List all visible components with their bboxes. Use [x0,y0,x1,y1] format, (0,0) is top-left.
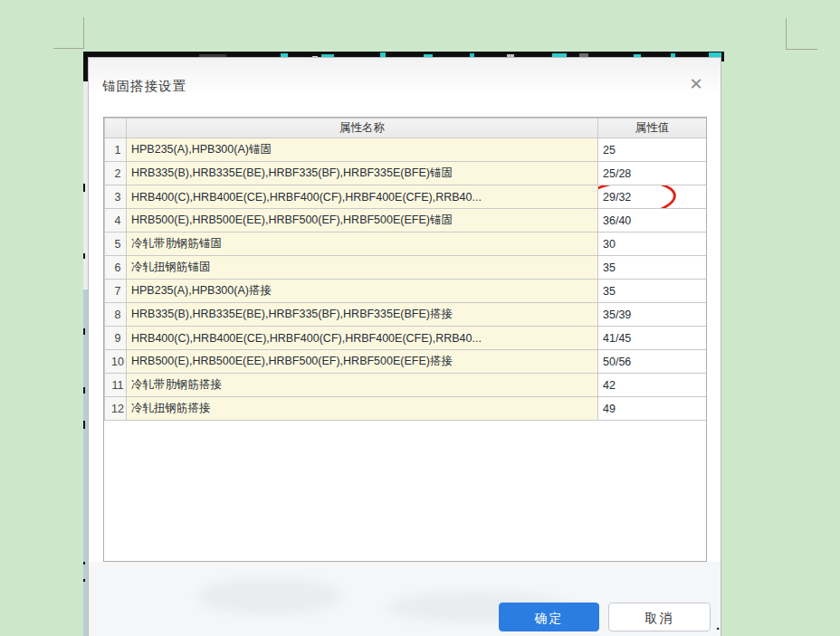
property-name-cell: 冷轧扭钢筋锚固 [127,256,598,280]
sliver-mark [83,562,85,565]
row-index-cell: 11 [105,374,127,397]
property-name-cell: HRB335(B),HRB335E(BE),HRBF335(BF),HRBF33… [127,162,598,185]
close-icon[interactable]: ✕ [686,74,706,94]
anchorage-lap-settings-dialog: 锚固搭接设置 ✕ 属性名称 属性值 1 HPB235(A),HPB300(A)锚… [88,57,721,636]
row-index-cell: 2 [105,162,127,185]
properties-grid: 属性名称 属性值 1 HPB235(A),HPB300(A)锚固 25 2 HR… [104,118,707,421]
table-row[interactable]: 9 HRB400(C),HRB400E(CE),HRBF400(CF),HRBF… [105,327,707,350]
property-name-cell: HRB400(C),HRB400E(CE),HRBF400(CF),HRBF40… [127,327,598,350]
property-name-cell: HPB235(A),HPB300(A)搭接 [127,280,598,303]
property-name-cell: HRB400(C),HRB400E(CE),HRBF400(CF),HRBF40… [127,185,598,209]
row-index-cell: 12 [105,397,127,421]
table-row[interactable]: 11 冷轧带肋钢筋搭接 42 [105,374,707,397]
table-row[interactable]: 10 HRB500(E),HRB500E(EE),HRBF500(EF),HRB… [105,350,707,374]
row-index-cell: 3 [105,185,127,209]
property-value-text: 29/32 [603,191,631,204]
properties-table: 属性名称 属性值 1 HPB235(A),HPB300(A)锚固 25 2 HR… [103,117,707,562]
property-value-cell[interactable]: 41/45 [598,327,707,350]
header-property-name: 属性名称 [127,119,598,138]
property-value-text: 30 [603,238,616,251]
property-value-cell[interactable]: 42 [598,374,707,397]
property-name-cell: HRB500(E),HRB500E(EE),HRBF500(EF),HRBF50… [127,350,598,374]
table-row[interactable]: 8 HRB335(B),HRB335E(BE),HRBF335(BF),HRBF… [105,303,707,327]
row-index-cell: 7 [105,280,127,303]
property-value-text: 42 [603,379,616,392]
property-value-text: 35 [603,261,616,274]
property-name-cell: 冷轧带肋钢筋锚固 [127,233,598,256]
property-value-cell[interactable]: 49 [598,397,707,421]
sliver-mark [83,253,85,259]
table-row[interactable]: 4 HRB500(E),HRB500E(EE),HRBF500(EF),HRBF… [105,209,707,233]
property-name-cell: HPB235(A),HPB300(A)锚固 [127,138,598,162]
property-value-cell[interactable]: 29/32 [598,185,707,209]
property-name-cell: HRB335(B),HRB335E(BE),HRBF335(BF),HRBF33… [127,303,598,327]
trailing-period: . [716,617,720,632]
header-property-value: 属性值 [598,119,707,138]
sliver-mark [83,387,85,394]
table-row[interactable]: 7 HPB235(A),HPB300(A)搭接 35 [105,280,707,303]
row-index-cell: 10 [105,350,127,374]
property-value-cell[interactable]: 36/40 [598,209,707,233]
property-value-cell[interactable]: 35 [598,280,707,303]
property-value-text: 49 [603,403,616,415]
table-row[interactable]: 3 HRB400(C),HRB400E(CE),HRBF400(CF),HRBF… [105,185,707,209]
property-value-cell[interactable]: 50/56 [598,350,707,374]
row-index-cell: 9 [105,327,127,350]
table-row[interactable]: 2 HRB335(B),HRB335E(BE),HRBF335(BF),HRBF… [105,162,707,185]
property-name-cell: HRB500(E),HRB500E(EE),HRBF500(EF),HRBF50… [127,209,598,233]
property-value-text: 50/56 [603,356,631,368]
sliver-mark [83,421,85,429]
dialog-title: 锚固搭接设置 [102,78,186,95]
page-corner-mark-left [53,17,84,49]
footer-smudge [197,578,342,614]
row-index-cell: 1 [105,138,127,162]
cancel-button[interactable]: 取消 [608,603,711,631]
table-row[interactable]: 6 冷轧扭钢筋锚固 35 [105,256,707,280]
property-value-cell[interactable]: 25 [598,138,707,162]
page-corner-mark-right [786,18,817,50]
property-value-text: 35/39 [603,309,631,321]
page: 锚固搭接设置 ✕ 属性名称 属性值 1 HPB235(A),HPB300(A)锚… [0,0,840,636]
property-value-text: 25/28 [603,167,631,180]
row-index-cell: 4 [105,209,127,233]
sliver-mark [83,184,85,192]
sliver-mark [83,328,85,335]
row-index-cell: 8 [105,303,127,327]
row-index-cell: 5 [105,233,127,256]
header-index [105,119,127,138]
sliver-mark [83,579,85,582]
property-value-text: 36/40 [603,214,631,227]
table-row[interactable]: 1 HPB235(A),HPB300(A)锚固 25 [105,138,707,162]
row-index-cell: 6 [105,256,127,280]
property-value-cell[interactable]: 25/28 [598,162,707,185]
property-value-text: 35 [603,285,616,298]
table-header-row: 属性名称 属性值 [105,119,707,138]
table-body: 1 HPB235(A),HPB300(A)锚固 25 2 HRB335(B),H… [105,138,707,421]
property-value-text: 25 [603,144,616,157]
ok-button[interactable]: 确定 [499,603,599,631]
property-name-cell: 冷轧扭钢筋搭接 [127,397,598,421]
property-value-text: 41/45 [603,332,631,345]
property-value-cell[interactable]: 30 [598,233,707,256]
property-value-cell[interactable]: 35/39 [598,303,707,327]
property-name-cell: 冷轧带肋钢筋搭接 [127,374,598,397]
table-row[interactable]: 12 冷轧扭钢筋搭接 49 [105,397,707,421]
property-value-cell[interactable]: 35 [598,256,707,280]
table-row[interactable]: 5 冷轧带肋钢筋锚固 30 [105,233,707,256]
